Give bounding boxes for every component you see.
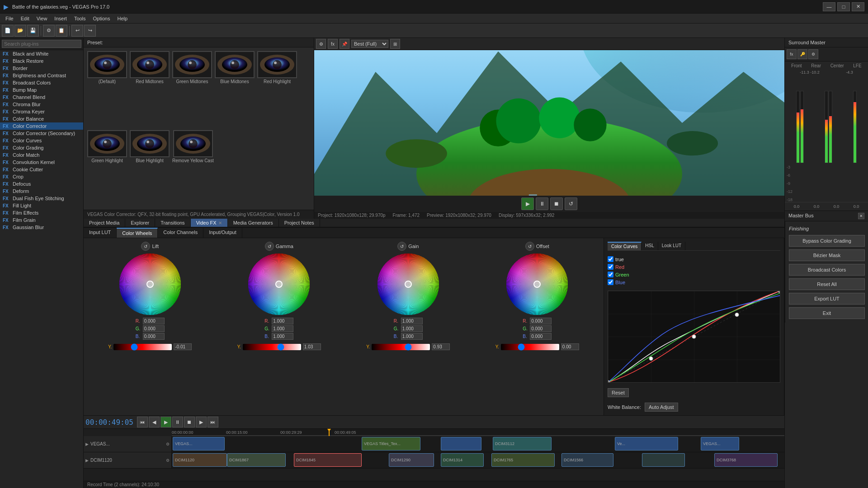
clip-2-6[interactable]: DCIM1765 xyxy=(491,453,555,467)
fx-item-film-effects[interactable]: FXFilm Effects xyxy=(0,209,83,216)
exit-btn[interactable]: Exit xyxy=(789,307,865,319)
fx-item-deform[interactable]: FXDeform xyxy=(0,188,83,195)
loop-button[interactable]: ↺ xyxy=(565,197,577,210)
reset-all-btn[interactable]: Reset All xyxy=(789,278,865,290)
bypass-color-grading-btn[interactable]: Bypass Color Grading xyxy=(789,235,865,247)
btab-explorer[interactable]: Explorer xyxy=(125,219,155,227)
preview-grid-btn[interactable]: ⊞ xyxy=(390,39,400,49)
pause-button[interactable]: ⏸ xyxy=(536,197,548,210)
fx-item-brightness-and-contrast[interactable]: FXBrightness and Contrast xyxy=(0,72,83,79)
export-lut-btn[interactable]: Export LUT xyxy=(789,293,865,305)
clip-2-5[interactable]: DCIM1314 xyxy=(441,453,484,467)
fx-item-gaussian-blur[interactable]: FXGaussian Blur xyxy=(0,224,83,231)
clip-1-6[interactable]: VEGAS... xyxy=(701,437,739,450)
preset-remove-yellow[interactable]: Remove Yellow Cast xyxy=(172,130,214,206)
timeline-stop-btn[interactable]: ⏹ xyxy=(184,417,195,427)
fx-item-color-corrector-(secondary)[interactable]: FXColor Corrector (Secondary) xyxy=(0,130,83,137)
menu-help[interactable]: Help xyxy=(113,15,131,22)
preset-red-highlight[interactable]: Red Highlight xyxy=(257,51,297,127)
wheel-y-slider-offset[interactable] xyxy=(501,344,559,350)
fx-item-film-grain[interactable]: FXFilm Grain xyxy=(0,216,83,224)
preview-snap-btn[interactable]: 📌 xyxy=(340,39,349,49)
broadcast-colors-btn[interactable]: Broadcast Colors xyxy=(789,264,865,276)
title-bar-controls[interactable]: — □ ✕ xyxy=(823,2,864,11)
wheel-r-input-gamma[interactable] xyxy=(272,318,293,324)
fx-item-chroma-blur[interactable]: FXChroma Blur xyxy=(0,101,83,108)
fx-item-convolution-kernel[interactable]: FXConvolution Kernel xyxy=(0,159,83,166)
btab-transitions[interactable]: Transitions xyxy=(155,219,190,227)
fx-item-crop[interactable]: FXCrop xyxy=(0,173,83,180)
menu-insert[interactable]: Insert xyxy=(51,15,71,22)
red-check-label[interactable]: Red xyxy=(608,264,780,270)
properties-btn[interactable]: 📋 xyxy=(56,25,67,37)
green-checkbox[interactable] xyxy=(608,272,613,277)
tab-color-curves[interactable]: Color Curves xyxy=(608,242,642,250)
btab-project-notes[interactable]: Project Notes xyxy=(279,219,320,227)
green-check-label[interactable]: Green xyxy=(608,272,780,277)
wheel-y-input-offset[interactable] xyxy=(561,343,579,350)
wheel-center-lift[interactable] xyxy=(146,281,154,288)
wheel-g-input-lift[interactable] xyxy=(143,325,165,332)
maximize-button[interactable]: □ xyxy=(837,2,850,11)
clip-2-3[interactable]: DCIM1845 xyxy=(294,453,362,467)
preview-fx-btn[interactable]: fx xyxy=(328,39,338,49)
wheel-g-input-gain[interactable] xyxy=(401,325,423,332)
tab-look-lut[interactable]: Look LUT xyxy=(658,242,685,250)
wheel-center-gain[interactable] xyxy=(405,281,412,288)
btab-project-media[interactable]: Project Media xyxy=(84,219,125,227)
btab-close-video-fx[interactable]: ✕ xyxy=(218,221,222,225)
fx-item-black-restore[interactable]: FXBlack Restore xyxy=(0,57,83,65)
master-bus-close[interactable]: ✕ xyxy=(858,213,864,219)
surround-fx-btn[interactable]: fx xyxy=(787,49,797,59)
clip-1-3[interactable] xyxy=(441,437,481,450)
fx-item-dual-fish-eye-stitching[interactable]: FXDual Fish Eye Stitching xyxy=(0,195,83,202)
fx-item-color-curves[interactable]: FXColor Curves xyxy=(0,137,83,144)
wheel-y-input-lift[interactable] xyxy=(174,343,192,350)
wheel-center-gamma[interactable] xyxy=(275,281,283,288)
fx-item-cookie-cutter[interactable]: FXCookie Cutter xyxy=(0,166,83,173)
fx-item-color-balance[interactable]: FXColor Balance xyxy=(0,115,83,122)
tab-color-channels[interactable]: Color Channels xyxy=(158,228,203,238)
rgb-check-label[interactable]: true xyxy=(608,256,780,262)
blue-check-label[interactable]: Blue xyxy=(608,279,780,285)
clip-1-2[interactable]: VEGAS Titles_Tex... xyxy=(362,437,420,450)
reset-curve-btn[interactable]: Reset xyxy=(608,388,629,397)
menu-edit[interactable]: Edit xyxy=(17,15,33,22)
fx-item-defocus[interactable]: FXDefocus xyxy=(0,180,83,188)
fx-item-color-grading[interactable]: FXColor Grading xyxy=(0,144,83,151)
preset-green-highlight[interactable]: Green Highlight xyxy=(87,130,127,206)
fx-item-fill-light[interactable]: FXFill Light xyxy=(0,202,83,209)
bezier-mask-btn[interactable]: Bézier Mask xyxy=(789,249,865,261)
tab-hsl[interactable]: HSL xyxy=(642,242,658,250)
rgb-checkbox[interactable] xyxy=(608,256,613,262)
menu-tools[interactable]: Tools xyxy=(71,15,90,22)
tab-color-wheels[interactable]: Color Wheels xyxy=(117,228,158,238)
undo-btn[interactable]: ↩ xyxy=(71,25,83,37)
tab-input-lut[interactable]: Input LUT xyxy=(84,228,117,238)
fx-item-broadcast-colors[interactable]: FXBroadcast Colors xyxy=(0,79,83,86)
go-start-btn[interactable]: ⏮ xyxy=(137,417,148,427)
reset-wheel-gamma[interactable]: ↺ xyxy=(265,242,274,251)
blue-checkbox[interactable] xyxy=(608,279,613,285)
menu-options[interactable]: Options xyxy=(90,15,114,22)
wheel-g-input-offset[interactable] xyxy=(530,325,552,332)
fx-item-black-and-white[interactable]: FXBlack and White xyxy=(0,50,83,57)
wheel-center-offset[interactable] xyxy=(533,281,541,288)
red-checkbox[interactable] xyxy=(608,264,613,270)
fx-search-input[interactable] xyxy=(2,40,81,48)
fx-item-bump-map[interactable]: FXBump Map xyxy=(0,86,83,94)
btab-video-fx[interactable]: Video FX✕ xyxy=(191,219,228,227)
render-btn[interactable]: ⚙ xyxy=(43,25,55,37)
clip-2-9[interactable]: DCIM3768 xyxy=(714,453,778,467)
preset-blue-highlight[interactable]: Blue Highlight xyxy=(130,130,170,206)
clip-2-1[interactable]: DCIM1120 xyxy=(173,453,227,467)
timeline-pause-btn[interactable]: ⏸ xyxy=(172,417,183,427)
preset-green-midtones[interactable]: Green Midtones xyxy=(172,51,212,127)
surround-settings-btn[interactable]: ⚙ xyxy=(808,49,818,59)
stop-button[interactable]: ⏹ xyxy=(550,197,563,210)
reset-wheel-offset[interactable]: ↺ xyxy=(525,242,534,251)
wheel-r-input-lift[interactable] xyxy=(143,318,165,324)
clip-2-2[interactable]: DCIM1867 xyxy=(227,453,286,467)
reset-wheel-gain[interactable]: ↺ xyxy=(397,242,406,251)
clip-2-8[interactable] xyxy=(642,453,685,467)
